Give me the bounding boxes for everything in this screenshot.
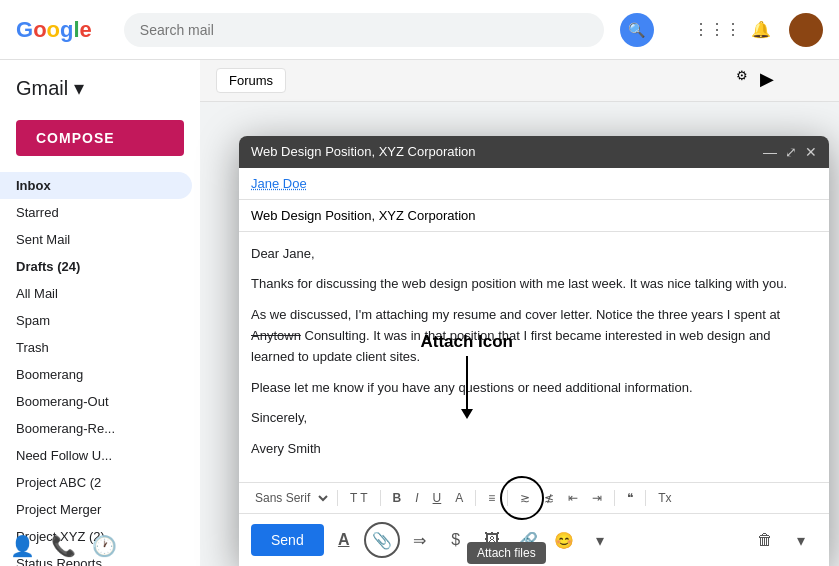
unordered-list-btn[interactable]: ≴: [538, 487, 560, 509]
compose-subject-field: Web Design Position, XYZ Corporation: [239, 200, 829, 232]
sidebar-item-project-abc[interactable]: Project ABC (2: [0, 469, 192, 496]
separator-3: [475, 490, 476, 506]
compose-body[interactable]: Dear Jane, Thanks for discussing the web…: [239, 232, 829, 482]
gmail-label: Gmail ▾: [0, 68, 200, 116]
more-options-btn[interactable]: ▾: [584, 524, 616, 556]
format-toolbar: Sans Serif T T B I U A ≡ ≳ ≴ ⇤ ⇥ ❝ Tx: [239, 482, 829, 513]
settings-icon[interactable]: ⚙: [736, 68, 748, 83]
compose-header-icons: — ⤢ ✕: [763, 144, 817, 160]
insert-emoji-btn[interactable]: 😊: [548, 524, 580, 556]
insert-link-btn[interactable]: ⇒: [404, 524, 436, 556]
text-size-btn[interactable]: T T: [344, 487, 374, 509]
text-color-btn[interactable]: A: [449, 487, 469, 509]
attach-files-button[interactable]: 📎: [364, 522, 400, 558]
separator-6: [645, 490, 646, 506]
align-btn[interactable]: ≡: [482, 487, 501, 509]
sidebar-item-allmail[interactable]: All Mail: [0, 280, 192, 307]
font-selector[interactable]: Sans Serif: [247, 488, 331, 508]
compose-title: Web Design Position, XYZ Corporation: [251, 144, 475, 159]
people-icon[interactable]: 👤: [10, 534, 35, 558]
delete-draft-btn[interactable]: 🗑: [749, 524, 781, 556]
phone-icon[interactable]: 📞: [51, 534, 76, 558]
sidebar-item-project-merger[interactable]: Project Merger: [0, 496, 192, 523]
google-logo: Google: [16, 17, 92, 43]
notifications-icon[interactable]: 🔔: [745, 14, 777, 46]
compose-subject-value[interactable]: Web Design Position, XYZ Corporation: [251, 208, 475, 223]
apps-icon[interactable]: ⋮⋮⋮: [701, 14, 733, 46]
formatting-toggle-btn[interactable]: A: [328, 524, 360, 556]
sidebar-item-boomerang-out[interactable]: Boomerang-Out: [0, 388, 192, 415]
indent-more-btn[interactable]: ⇥: [586, 487, 608, 509]
body-line-3: As we discussed, I'm attaching my resume…: [251, 305, 817, 367]
underline-btn[interactable]: U: [427, 487, 448, 509]
expand-modal-icon[interactable]: ⤢: [785, 144, 797, 160]
body-line-2: Thanks for discussing the web design pos…: [251, 274, 817, 295]
bold-btn[interactable]: B: [387, 487, 408, 509]
compose-modal: Web Design Position, XYZ Corporation — ⤢…: [239, 136, 829, 566]
sidebar-item-drafts[interactable]: Drafts (24): [0, 253, 192, 280]
compose-to-field: Jane Doe: [239, 168, 829, 200]
compose-to-value[interactable]: Jane Doe: [251, 176, 307, 191]
close-modal-icon[interactable]: ✕: [805, 144, 817, 160]
search-input[interactable]: [124, 13, 604, 47]
user-avatar[interactable]: [789, 13, 823, 47]
body-line-1: Dear Jane,: [251, 244, 817, 265]
separator-1: [337, 490, 338, 506]
body-line-4: Please let me know if you have any quest…: [251, 378, 817, 399]
forums-tab[interactable]: Forums: [216, 68, 286, 93]
sidebar-item-spam[interactable]: Spam: [0, 307, 192, 334]
italic-btn[interactable]: I: [409, 487, 424, 509]
body-line-6: Avery Smith: [251, 439, 817, 460]
attach-tooltip: Attach files: [467, 542, 546, 564]
compose-button[interactable]: COMPOSE: [16, 120, 184, 156]
indent-less-btn[interactable]: ⇤: [562, 487, 584, 509]
more-send-options-btn[interactable]: ▾: [785, 524, 817, 556]
sidebar-item-need-follow[interactable]: Need Follow U...: [0, 442, 192, 469]
separator-4: [507, 490, 508, 506]
top-right-icons: ⋮⋮⋮ 🔔: [701, 13, 823, 47]
search-button[interactable]: 🔍: [620, 13, 654, 47]
sidebar-item-starred[interactable]: Starred: [0, 199, 192, 226]
sidebar-item-sent[interactable]: Sent Mail: [0, 226, 192, 253]
compose-header: Web Design Position, XYZ Corporation — ⤢…: [239, 136, 829, 168]
sidebar-item-boomerang-re[interactable]: Boomerang-Re...: [0, 415, 192, 442]
separator-5: [614, 490, 615, 506]
separator-2: [380, 490, 381, 506]
clock-icon[interactable]: 🕐: [92, 534, 117, 558]
expand-icon[interactable]: ▶: [760, 68, 774, 90]
ordered-list-btn[interactable]: ≳: [514, 487, 536, 509]
minimize-icon[interactable]: —: [763, 144, 777, 160]
send-button[interactable]: Send: [251, 524, 324, 556]
gmail-dropdown-icon[interactable]: ▾: [74, 76, 84, 100]
body-line-5: Sincerely,: [251, 408, 817, 429]
gmail-sidebar: Gmail ▾ COMPOSE Inbox Starred Sent Mail …: [0, 60, 200, 566]
quote-btn[interactable]: ❝: [621, 487, 639, 509]
sidebar-item-trash[interactable]: Trash: [0, 334, 192, 361]
sidebar-item-inbox[interactable]: Inbox: [0, 172, 192, 199]
sidebar-item-boomerang[interactable]: Boomerang: [0, 361, 192, 388]
clear-format-btn[interactable]: Tx: [652, 487, 677, 509]
top-bar: Google 🔍 ⋮⋮⋮ 🔔: [0, 0, 839, 60]
